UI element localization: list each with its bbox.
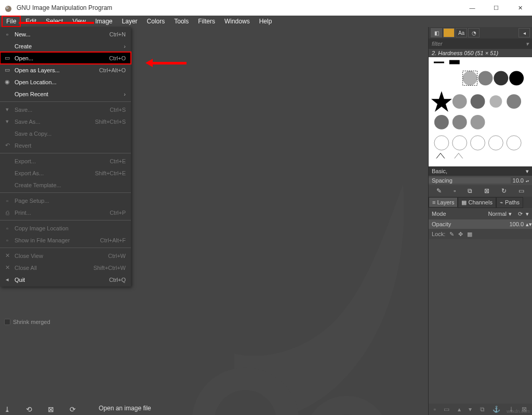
chevron-down-icon[interactable]: ▾ [526,211,529,217]
brushes-dock-tabs: ◧ Aa ◔ ◂ [429,27,532,38]
menubar: File Edit Select View Image Layer Colors… [0,16,532,27]
chevron-down-icon: ▾ [509,211,512,217]
menu-item-icon: ▾ [3,118,11,125]
raise-layer-icon[interactable]: ▴ [458,406,461,413]
layer-mode-select[interactable]: Normal ▾ [488,211,512,217]
menu-item-quit[interactable]: ◂QuitCtrl+Q [0,274,131,286]
lock-alpha-icon[interactable]: ▩ [467,231,472,238]
menu-item-export-as[interactable]: Export As...Shift+Ctrl+E [0,167,131,179]
tab-patterns[interactable] [443,28,455,37]
shrink-merged-checkbox[interactable]: Shrink merged [4,319,50,325]
menu-item-copy-image-location[interactable]: ▫Copy Image Location [0,222,131,234]
delete-icon[interactable]: ⊠ [48,405,54,413]
menu-item-icon: ▾ [3,106,11,113]
close-button[interactable]: ✕ [508,0,532,16]
spacing-slider[interactable]: Spacing 10.0 ▴▾ [429,176,532,185]
tab-layers[interactable]: ≡Layers [429,197,458,208]
opacity-slider[interactable]: Opacity 100.0 ▴▾ [429,219,532,229]
lock-position-icon[interactable]: ✥ [458,231,463,238]
menu-item-create[interactable]: Create› [0,40,131,52]
layers-icon: ≡ [432,199,435,205]
menu-item-icon: ✕ [3,252,11,259]
titlebar: GNU Image Manipulation Program — ☐ ✕ [0,0,532,16]
menu-item-close-all[interactable]: ✕Close AllShift+Ctrl+W [0,262,131,274]
maximize-button[interactable]: ☐ [484,0,508,16]
delete-brush-icon[interactable]: ⊠ [484,187,489,194]
menu-file[interactable]: File [2,16,20,27]
menu-edit[interactable]: Edit [21,16,41,27]
opacity-spinner[interactable]: ▴▾ [526,221,532,228]
duplicate-brush-icon[interactable]: ⧉ [468,187,472,194]
menu-item-open[interactable]: ▭Open...Ctrl+O [0,52,131,64]
menu-item-open-recent[interactable]: Open Recent› [0,88,131,100]
tab-channels[interactable]: ▦Channels [458,197,496,208]
svg-point-16 [453,94,467,109]
new-brush-icon[interactable]: ▫ [454,187,456,194]
right-dock-panel: ◧ Aa ◔ ◂ filter▾ 2. Hardness 050 (51 × 5… [428,27,532,415]
menu-item-new[interactable]: ▫New...Ctrl+N [0,28,131,40]
svg-point-22 [471,115,485,129]
duplicate-layer-icon[interactable]: ⧉ [480,406,485,413]
menu-item-save[interactable]: ▾Save...Ctrl+S [0,103,131,115]
open-brush-icon[interactable]: ▭ [518,187,524,194]
svg-rect-9 [449,60,460,64]
menu-item-show-in-file-manager[interactable]: ▫Show in File ManagerCtrl+Alt+F [0,234,131,246]
brush-actions-row: ✎ ▫ ⧉ ⊠ ↻ ▭ [429,185,532,197]
layer-group-icon[interactable]: ▭ [444,406,449,413]
svg-point-2 [7,7,8,8]
menu-image[interactable]: Image [91,16,116,27]
svg-point-21 [453,115,467,129]
download-icon[interactable]: ⤓ [4,405,10,413]
refresh-brush-icon[interactable]: ↻ [501,187,507,194]
menu-windows[interactable]: Windows [220,16,254,27]
menu-colors[interactable]: Colors [143,16,169,27]
configure-tab-button[interactable]: ◂ [518,28,530,37]
menu-item-open-as-layers[interactable]: ▭Open as Layers...Ctrl+Alt+O [0,64,131,76]
menu-item-close-view[interactable]: ✕Close ViewCtrl+W [0,250,131,262]
svg-rect-8 [434,61,444,63]
wilber-background-icon [122,139,428,415]
tab-brushes[interactable]: ◧ [431,28,442,37]
menu-view[interactable]: View [68,16,90,27]
minimize-button[interactable]: — [460,0,484,16]
redo-icon[interactable]: ⟳ [70,405,76,413]
menu-item-print[interactable]: ⎙Print...Ctrl+P [0,206,131,218]
annotation-red-arrow [145,59,187,67]
menu-item-create-template[interactable]: Create Template... [0,179,131,191]
menu-item-revert[interactable]: ↶Revert [0,139,131,151]
brush-grid[interactable] [429,57,532,166]
new-layer-icon[interactable]: ▫ [434,406,436,413]
lock-pixels-icon[interactable]: ✎ [449,231,454,238]
svg-point-14 [509,71,524,85]
status-text: Open an image file [99,405,151,412]
lower-layer-icon[interactable]: ▾ [469,406,472,413]
menu-item-icon: ▫ [3,225,11,231]
undo-icon[interactable]: ⟲ [26,405,32,413]
layers-list[interactable] [429,239,532,404]
menu-tools[interactable]: Tools [170,16,193,27]
mode-reset-icon[interactable]: ⟳ [518,211,523,217]
chevron-down-icon: ▾ [526,168,529,175]
menu-item-icon: ↶ [3,142,11,149]
menu-item-save-as[interactable]: ▾Save As...Shift+Ctrl+S [0,115,131,127]
window-title: GNU Image Manipulation Program [17,4,460,11]
menu-select[interactable]: Select [42,16,67,27]
spacing-spinner[interactable]: ▴▾ [526,179,532,183]
tab-history[interactable]: ◔ [468,28,480,37]
tab-paths[interactable]: ⌁Paths [496,197,523,208]
menu-filters[interactable]: Filters [194,16,219,27]
menu-item-save-a-copy[interactable]: Save a Copy... [0,127,131,139]
anchor-layer-icon[interactable]: ⚓ [493,406,500,413]
menu-item-page-setup[interactable]: ▫Page Setup... [0,194,131,206]
menu-item-icon: ▫ [3,237,11,243]
submenu-arrow-icon: › [124,91,126,97]
menu-item-export[interactable]: Export...Ctrl+E [0,155,131,167]
tab-fonts[interactable]: Aa [456,28,467,37]
brush-preset-selector[interactable]: Basic,▾ [429,166,532,176]
brush-filter-input[interactable]: filter▾ [429,38,532,49]
menu-help[interactable]: Help [255,16,276,27]
svg-point-20 [434,115,449,129]
edit-brush-icon[interactable]: ✎ [436,187,442,194]
menu-item-open-location[interactable]: ◉Open Location... [0,76,131,88]
menu-layer[interactable]: Layer [118,16,142,27]
